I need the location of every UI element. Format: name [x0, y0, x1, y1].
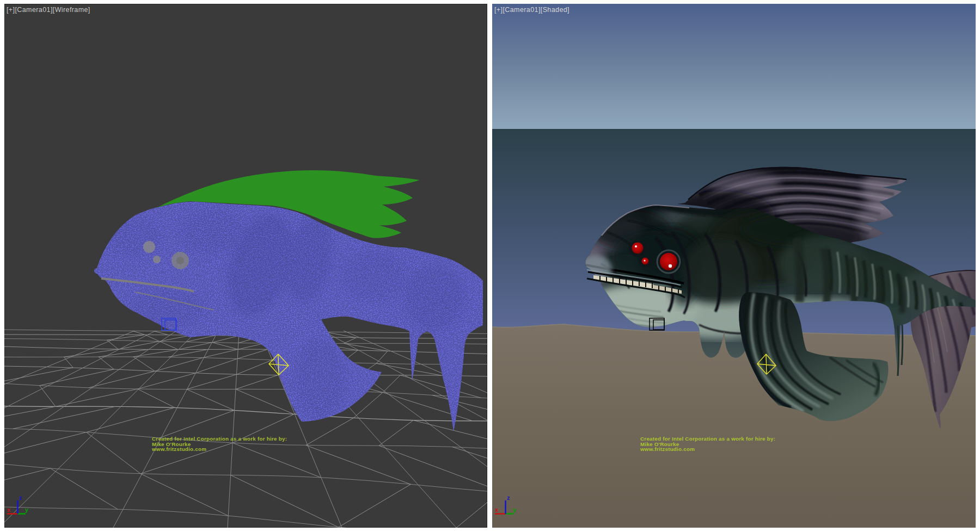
- svg-text:z: z: [507, 494, 510, 501]
- svg-text:x: x: [495, 506, 499, 513]
- svg-text:y: y: [25, 506, 29, 513]
- svg-text:z: z: [19, 494, 22, 501]
- svg-text:y: y: [513, 506, 517, 513]
- svg-text:x: x: [7, 506, 11, 513]
